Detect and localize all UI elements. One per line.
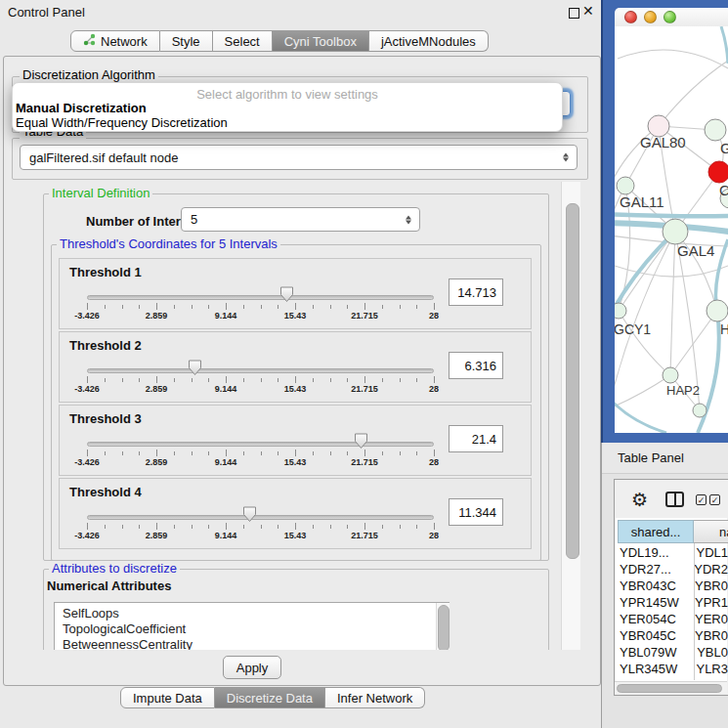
attributes-scrollbar-thumb[interactable]	[438, 605, 450, 650]
tab-network[interactable]: Network	[70, 30, 160, 52]
slider-tick	[434, 376, 435, 383]
network-node[interactable]	[693, 404, 707, 417]
close-icon[interactable]: ✕	[582, 3, 594, 19]
slider-tick	[330, 525, 331, 529]
cell-name: YBL0	[690, 645, 728, 662]
settings-scrollbar[interactable]	[561, 182, 580, 650]
slider-scale-label: 28	[412, 384, 455, 394]
column-header-shared-name[interactable]: shared...	[618, 520, 694, 543]
slider-tick	[382, 451, 383, 455]
tab-infer-network[interactable]: Infer Network	[325, 687, 425, 708]
slider-tick	[139, 525, 140, 529]
popup-option-equal-width-frequency[interactable]: Equal Width/Frequency Discretization	[16, 115, 228, 130]
table-row-yer054c[interactable]: YER054CYER0	[618, 612, 728, 628]
gear-icon[interactable]: ⚙	[631, 489, 648, 510]
tab-label: Style	[172, 34, 200, 49]
zoom-traffic-light-icon[interactable]	[664, 11, 676, 23]
network-node-h[interactable]	[707, 300, 728, 321]
table-row-ydr27[interactable]: YDR27...YDR2	[618, 562, 728, 578]
numerical-attributes-list[interactable]: SelfLoopsTopologicalCoefficientBetweenne…	[54, 602, 450, 650]
slider-thumb[interactable]	[354, 433, 368, 450]
slider-scale-label: 2.859	[135, 384, 178, 394]
slider-tick	[330, 451, 331, 455]
split-columns-icon[interactable]	[665, 492, 684, 507]
slider-tick	[192, 525, 193, 529]
num-intervals-combobox[interactable]: 5	[181, 207, 420, 232]
slider-tick	[243, 525, 244, 529]
slider-tick	[278, 305, 278, 309]
slider-track[interactable]	[87, 368, 434, 373]
slider-thumb[interactable]	[242, 506, 257, 523]
slider-tick	[122, 305, 123, 309]
slider-tick	[105, 378, 106, 382]
control-panel-titlebar: Control Panel ✕	[0, 0, 601, 25]
bottom-tab-bar: Impute DataDiscretize DataInfer Network	[120, 687, 425, 708]
table-row-yil052c[interactable]: YIL052CYIL0	[618, 678, 728, 680]
slider-tick	[87, 523, 88, 530]
slider-track[interactable]	[87, 442, 434, 447]
table-row-ybr043c[interactable]: YBR043CYBR0	[618, 578, 728, 595]
slider-track[interactable]	[87, 515, 434, 520]
attribute-item-selfloops[interactable]: SelfLoops	[55, 606, 449, 621]
threshold-value-field[interactable]: 21.4	[449, 425, 503, 452]
slider-tick	[347, 525, 348, 529]
slider-tick	[192, 305, 193, 309]
attributes-list-scrollbar[interactable]	[436, 603, 450, 650]
network-node-gcy1[interactable]	[615, 303, 626, 319]
slider-tick	[330, 378, 331, 382]
slider-tick	[382, 378, 383, 382]
table-row-ybl079w[interactable]: YBL079WYBL0	[618, 645, 728, 662]
network-edge	[615, 391, 666, 433]
tab-label: Infer Network	[337, 691, 412, 706]
slider-tick	[400, 305, 401, 309]
checkbox-checked-icon[interactable]: ✓	[696, 494, 707, 505]
slider-tick	[434, 523, 435, 530]
threshold-value-field[interactable]: 6.316	[449, 352, 503, 379]
tab-cyni-toolbox[interactable]: Cyni Toolbox	[273, 30, 369, 52]
table-row-ydl19[interactable]: YDL19...YDL1	[618, 545, 728, 562]
network-node-g[interactable]	[705, 119, 726, 141]
table-row-ylr345w[interactable]: YLR345WYLR3	[618, 662, 728, 678]
attribute-item-betweennesscentrality[interactable]: BetweennessCentrality	[55, 637, 449, 650]
slider-tick	[226, 303, 227, 310]
threshold-value-field[interactable]: 14.713	[449, 278, 503, 306]
slider-scale-label: 21.715	[343, 311, 386, 321]
network-node-label: G	[720, 140, 728, 156]
column-header-name[interactable]: na	[694, 520, 728, 543]
table-row-ypr145w[interactable]: YPR145WYPR1	[618, 595, 728, 612]
slider-thumb[interactable]	[279, 286, 294, 303]
slider-track[interactable]	[87, 295, 434, 300]
network-node-gal11[interactable]	[617, 177, 634, 194]
slider-thumb[interactable]	[188, 360, 202, 376]
popup-option-manual-discretization[interactable]: Manual Discretization	[16, 101, 147, 115]
float-window-icon[interactable]	[569, 8, 579, 19]
table-hscrollbar[interactable]	[615, 681, 727, 693]
tab-jactivemnodules[interactable]: jActiveMNodules	[369, 30, 489, 52]
checkbox-checked-icon[interactable]: ✓	[709, 494, 720, 505]
threshold-value-field[interactable]: 11.344	[449, 498, 503, 526]
slider-tick	[364, 450, 365, 456]
table-row-ybr045c[interactable]: YBR045CYBR0	[618, 628, 728, 645]
table-data-combobox[interactable]: galFiltered.sif default node	[20, 145, 578, 170]
slider-tick	[364, 376, 365, 383]
apply-button[interactable]: Apply	[223, 656, 281, 679]
settings-scrollbar-thumb[interactable]	[566, 203, 579, 559]
network-node-label: H	[720, 321, 728, 337]
tab-style[interactable]: Style	[160, 30, 213, 52]
network-node-label: GCY1	[615, 321, 651, 337]
tab-select[interactable]: Select	[213, 30, 273, 52]
close-traffic-light-icon[interactable]	[624, 11, 637, 23]
threshold-panel-3: Threshold 3-3.4262.8599.14415.4321.71528…	[59, 405, 532, 476]
threshold-label: Threshold 4	[69, 485, 142, 499]
network-canvas[interactable]: GAL80GCGAL11GAL4GCY1HHAP2	[615, 26, 728, 433]
network-node-gal4[interactable]	[663, 219, 688, 244]
network-node-c[interactable]	[708, 161, 728, 183]
attribute-item-topologicalcoefficient[interactable]: TopologicalCoefficient	[55, 621, 449, 637]
network-node-hap2[interactable]	[663, 367, 678, 383]
tab-discretize-data[interactable]: Discretize Data	[215, 687, 325, 708]
control-panel-title: Control Panel	[8, 5, 85, 20]
tab-impute-data[interactable]: Impute Data	[120, 687, 215, 708]
slider-tick	[208, 378, 209, 382]
table-hscrollbar-thumb[interactable]	[617, 684, 722, 693]
minimize-traffic-light-icon[interactable]	[644, 11, 657, 23]
